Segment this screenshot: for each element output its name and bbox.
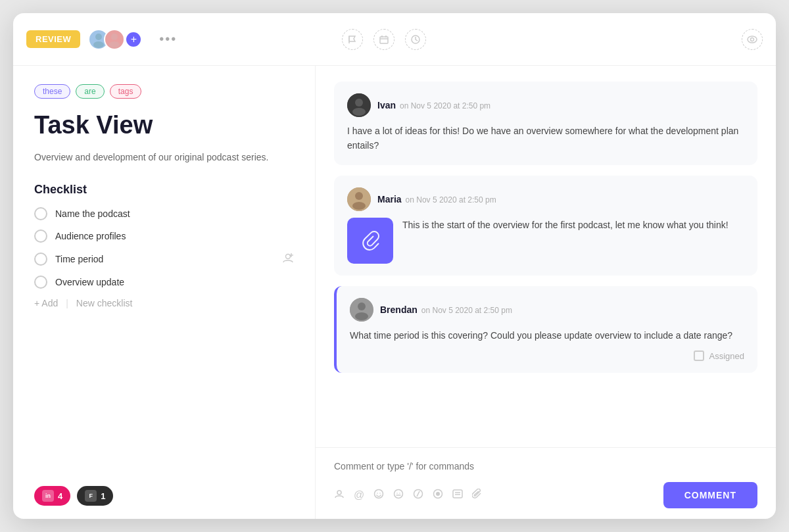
clock-icon-button[interactable] — [405, 29, 426, 50]
at-mention-icon[interactable]: @ — [354, 489, 364, 501]
calendar-icon-button[interactable] — [373, 29, 394, 50]
tag-are[interactable]: are — [76, 84, 104, 99]
avatar-user-2 — [104, 29, 125, 50]
svg-point-10 — [748, 36, 757, 43]
avatar-group: + — [88, 29, 141, 50]
more-options-button[interactable]: ••• — [159, 32, 177, 47]
checklist-item: Time period — [34, 252, 294, 266]
left-panel: these are tags Task View Overview and de… — [13, 66, 316, 519]
comment-card-maria: Maria on Nov 5 2020 at 2:50 pm This is t… — [334, 176, 757, 276]
svg-point-17 — [355, 99, 363, 107]
svg-point-3 — [109, 41, 120, 48]
comment-tools: @ — [334, 489, 483, 502]
toolbar-left: REVIEW + ••• — [26, 29, 329, 50]
comment-time-brendan: on Nov 5 2020 at 2:50 pm — [421, 306, 512, 315]
eye-icon-button[interactable] — [742, 29, 763, 50]
invision-icon: in — [42, 490, 54, 502]
checklist-checkbox-1[interactable] — [34, 230, 47, 243]
svg-point-20 — [355, 192, 363, 200]
svg-point-36 — [436, 492, 440, 496]
bottom-badges: in 4 F 1 — [34, 486, 113, 506]
divider: | — [66, 298, 68, 308]
comment-card-ivan: Ivan on Nov 5 2020 at 2:50 pm I have a l… — [334, 82, 757, 165]
svg-rect-37 — [453, 490, 462, 498]
comment-input-area: @ — [316, 447, 776, 519]
svg-point-18 — [352, 108, 366, 116]
svg-point-28 — [379, 493, 381, 494]
checklist-actions: + Add | New checklist — [34, 298, 294, 308]
svg-point-24 — [355, 312, 368, 320]
svg-point-23 — [358, 302, 366, 310]
svg-point-0 — [95, 34, 102, 40]
add-user-button[interactable]: + — [126, 32, 141, 47]
checklist-checkbox-3[interactable] — [34, 276, 47, 289]
reaction-icon[interactable] — [393, 489, 404, 502]
svg-line-34 — [417, 491, 419, 496]
comment-with-attachment: This is the start of the overview for th… — [347, 218, 744, 264]
checklist-heading: Checklist — [34, 183, 294, 197]
record-icon[interactable] — [433, 489, 443, 502]
checklist-label-2: Time period — [55, 254, 274, 264]
comment-meta-maria: Maria on Nov 5 2020 at 2:50 pm — [377, 194, 496, 205]
svg-point-25 — [337, 491, 341, 495]
add-checklist-item-button[interactable]: + Add — [34, 298, 58, 308]
comment-body-ivan: I have a lot of ideas for this! Do we ha… — [347, 124, 744, 153]
review-badge[interactable]: REVIEW — [26, 30, 80, 48]
comment-author-brendan: Brendan — [380, 304, 418, 315]
checklist-label-1: Audience profiles — [55, 231, 294, 241]
comment-meta-ivan: Ivan on Nov 5 2020 at 2:50 pm — [377, 100, 490, 110]
right-panel: Ivan on Nov 5 2020 at 2:50 pm I have a l… — [316, 66, 776, 519]
comment-time-ivan: on Nov 5 2020 at 2:50 pm — [400, 101, 490, 110]
flag-icon-button[interactable] — [342, 29, 363, 50]
comment-header-ivan: Ivan on Nov 5 2020 at 2:50 pm — [347, 93, 744, 117]
svg-point-27 — [377, 493, 378, 494]
checklist-checkbox-0[interactable] — [34, 207, 47, 220]
toolbar: REVIEW + ••• — [13, 13, 776, 66]
avatar-maria — [347, 187, 371, 211]
checklist-item: Overview update — [34, 276, 294, 289]
tag-these[interactable]: these — [34, 84, 70, 99]
new-checklist-button[interactable]: New checklist — [76, 298, 133, 308]
attachment-icon[interactable] — [472, 489, 483, 502]
comment-header-brendan: Brendan on Nov 5 2020 at 2:50 pm — [350, 298, 744, 322]
checklist-item: Name the podcast — [34, 207, 294, 220]
assigned-checkbox[interactable] — [694, 351, 704, 361]
comment-meta-brendan: Brendan on Nov 5 2020 at 2:50 pm — [380, 304, 512, 315]
checklist-label-0: Name the podcast — [55, 208, 294, 219]
comment-author-maria: Maria — [377, 194, 402, 205]
comment-footer-brendan: Assigned — [350, 351, 744, 361]
badge-invision-count: 4 — [58, 491, 62, 501]
app-container: REVIEW + ••• — [13, 13, 776, 519]
comment-toolbar: @ — [334, 482, 757, 508]
avatar-brendan — [350, 298, 373, 322]
svg-point-32 — [399, 493, 400, 494]
badge-figma[interactable]: F 1 — [77, 486, 113, 506]
svg-point-31 — [396, 493, 398, 494]
attachment-thumbnail[interactable] — [347, 218, 393, 264]
task-title: Task View — [34, 112, 294, 139]
toolbar-right — [329, 29, 763, 50]
comment-input[interactable] — [334, 458, 757, 474]
slash-command-icon[interactable] — [413, 489, 423, 502]
svg-point-29 — [394, 490, 403, 498]
checklist-checkbox-2[interactable] — [34, 253, 47, 266]
svg-point-21 — [352, 202, 366, 210]
svg-point-2 — [111, 34, 118, 40]
assigned-label: Assigned — [709, 351, 744, 361]
comment-submit-button[interactable]: COMMENT — [663, 482, 757, 508]
figma-icon: F — [85, 490, 97, 502]
checklist-item: Audience profiles — [34, 230, 294, 243]
tag-tags[interactable]: tags — [110, 84, 142, 99]
tags-row: these are tags — [34, 84, 294, 99]
comment-body-maria: This is the start of the overview for th… — [402, 218, 729, 232]
comment-card-brendan: Brendan on Nov 5 2020 at 2:50 pm What ti… — [334, 286, 757, 373]
checklist-label-3: Overview update — [55, 277, 294, 287]
task-description: Overview and development of our original… — [34, 150, 294, 164]
emoji-icon[interactable] — [373, 489, 384, 502]
main-layout: these are tags Task View Overview and de… — [13, 66, 776, 519]
list-icon[interactable] — [452, 489, 463, 502]
comment-input-row — [334, 458, 757, 474]
badge-invision[interactable]: in 4 — [34, 486, 70, 506]
comment-header-maria: Maria on Nov 5 2020 at 2:50 pm — [347, 187, 744, 211]
mention-user-icon[interactable] — [334, 489, 345, 502]
